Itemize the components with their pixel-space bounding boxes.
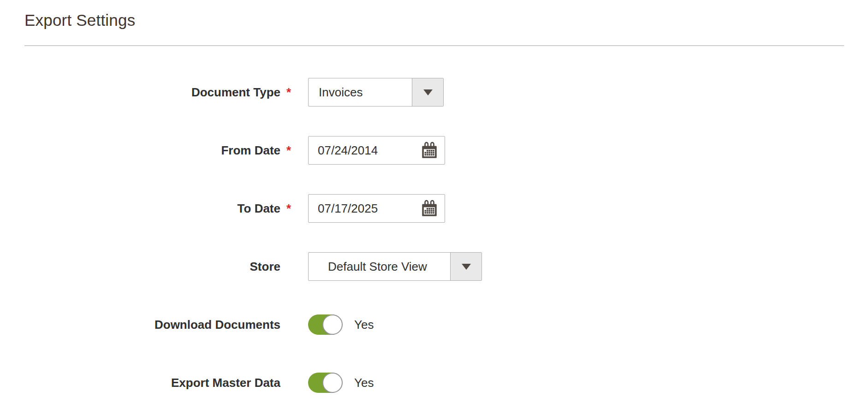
download-documents-label: Download Documents xyxy=(155,318,280,332)
form-row-from-date: From Date * xyxy=(0,121,868,179)
page-title: Export Settings xyxy=(24,11,868,30)
form-row-document-type: Document Type * Invoices xyxy=(0,63,868,121)
store-select[interactable]: Default Store View xyxy=(308,252,482,281)
export-settings-form: Document Type * Invoices From Date * xyxy=(0,63,868,412)
required-asterisk: * xyxy=(286,85,291,99)
from-date-field xyxy=(308,136,445,165)
form-row-export-master-data: Export Master Data Yes xyxy=(0,354,868,412)
form-row-download-documents: Download Documents Yes xyxy=(0,296,868,354)
document-type-select[interactable]: Invoices xyxy=(308,78,444,107)
title-divider xyxy=(24,45,844,46)
store-label: Store xyxy=(250,260,280,273)
required-asterisk: * xyxy=(286,202,291,215)
form-row-store: Store Default Store View xyxy=(0,237,868,296)
toggle-knob xyxy=(322,373,343,393)
to-date-field xyxy=(308,194,445,223)
export-master-data-toggle[interactable] xyxy=(308,373,342,393)
chevron-down-icon xyxy=(450,253,482,280)
document-type-value: Invoices xyxy=(309,78,412,106)
calendar-icon[interactable] xyxy=(420,199,439,218)
store-value: Default Store View xyxy=(309,253,450,280)
from-date-label: From Date xyxy=(221,143,280,157)
required-asterisk: * xyxy=(286,143,291,157)
calendar-icon[interactable] xyxy=(420,141,439,160)
export-settings-panel: Export Settings Document Type * Invoices… xyxy=(0,11,868,412)
document-type-label: Document Type xyxy=(191,85,280,99)
form-row-to-date: To Date * xyxy=(0,179,868,237)
toggle-knob xyxy=(322,314,343,335)
chevron-down-icon xyxy=(412,78,443,106)
to-date-label: To Date xyxy=(238,202,280,215)
export-master-data-state: Yes xyxy=(354,376,374,390)
download-documents-toggle[interactable] xyxy=(308,314,342,335)
download-documents-state: Yes xyxy=(354,318,374,332)
export-master-data-label: Export Master Data xyxy=(171,376,280,390)
